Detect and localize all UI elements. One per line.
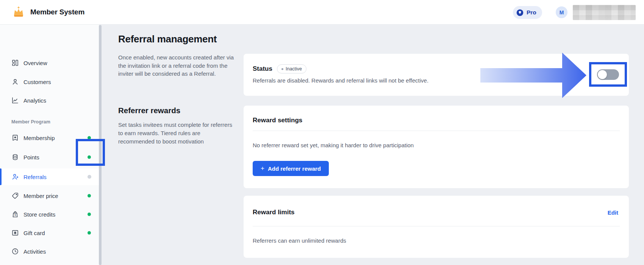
gift-card-icon <box>11 229 19 237</box>
status-dot <box>88 175 91 179</box>
reward-settings-title: Reward settings <box>253 117 302 124</box>
pro-gem-icon <box>516 9 524 17</box>
sidebar-scrollbar[interactable] <box>99 25 102 265</box>
status-card: Status Inactive Referrals are disabled. … <box>244 54 629 96</box>
sidebar-item-activities[interactable]: Activities <box>0 243 99 260</box>
status-description: Referrals are disabled. Rewards and refe… <box>253 77 428 84</box>
sidebar-item-analytics[interactable]: Analytics <box>0 92 99 109</box>
sidebar-item-label: Points <box>23 154 39 161</box>
sidebar-item-membership[interactable]: Membership <box>0 129 99 146</box>
sidebar-item-points[interactable]: Points <box>0 149 99 165</box>
toggle-knob <box>598 70 607 79</box>
reward-settings-empty-text: No referrer reward set yet, making it ha… <box>253 142 414 148</box>
analytics-icon <box>11 97 19 104</box>
sidebar: Overview Customers Analytics Member Prog… <box>0 25 99 265</box>
sidebar-item-member-price[interactable]: Member price <box>0 187 99 204</box>
badge-dot-icon <box>281 68 283 70</box>
add-referrer-reward-button[interactable]: + Add referrer reward <box>253 161 329 176</box>
referrer-rewards-heading: Referrer rewards <box>118 106 180 115</box>
edit-reward-limits-link[interactable]: Edit <box>608 209 618 216</box>
overview-icon <box>11 59 19 67</box>
status-dot <box>88 213 91 216</box>
app-title: Member System <box>30 8 84 16</box>
svg-text:$: $ <box>14 214 16 216</box>
referrer-rewards-description: Set tasks invitees must complete for ref… <box>118 121 236 146</box>
sidebar-item-label: Store credits <box>23 211 55 218</box>
member-price-icon <box>11 192 19 200</box>
sidebar-item-label: Gift card <box>23 230 45 236</box>
sidebar-item-overview[interactable]: Overview <box>0 55 99 71</box>
customers-icon <box>11 78 19 86</box>
pro-badge[interactable]: Pro <box>513 6 542 19</box>
activities-icon <box>11 248 19 255</box>
reward-limits-description: Referrers can earn unlimited rewards <box>253 237 346 244</box>
sidebar-item-referrals[interactable]: Referrals <box>0 168 99 185</box>
status-dot <box>88 194 91 198</box>
store-credits-icon: $ <box>11 210 19 218</box>
sidebar-item-label: Overview <box>23 60 47 66</box>
sidebar-item-store-credits[interactable]: $ Store credits <box>0 206 99 223</box>
points-icon <box>11 153 19 161</box>
status-dot <box>88 156 91 159</box>
avatar-initial: M <box>560 9 564 16</box>
crown-logo-icon <box>12 6 25 19</box>
sidebar-item-label: Analytics <box>23 97 46 104</box>
membership-icon <box>11 134 19 142</box>
inactive-status-badge: Inactive <box>277 64 306 73</box>
status-toggle[interactable] <box>597 69 619 80</box>
divider <box>253 226 620 226</box>
app-header: Member System Pro M <box>0 0 644 25</box>
badge-label: Inactive <box>286 66 302 72</box>
avatar[interactable]: M <box>556 6 567 18</box>
sidebar-item-customers[interactable]: Customers <box>0 73 99 90</box>
status-dot <box>88 231 91 235</box>
status-dot <box>88 136 91 140</box>
reward-limits-card: Reward limits Edit Referrers can earn un… <box>244 196 629 258</box>
page-description: Once enabled, new accounts created after… <box>118 53 243 78</box>
status-card-title: Status <box>253 65 272 73</box>
reward-settings-card: Reward settings No referrer reward set y… <box>244 106 629 188</box>
divider <box>253 131 620 131</box>
sidebar-item-label: Activities <box>23 248 46 255</box>
sidebar-item-gift-card[interactable]: Gift card <box>0 224 99 241</box>
reward-limits-title: Reward limits <box>253 209 295 216</box>
referrals-icon <box>11 173 19 181</box>
sidebar-section-member-program: Member Program <box>11 119 50 125</box>
pro-badge-label: Pro <box>527 9 536 16</box>
plus-icon: + <box>261 165 264 172</box>
sidebar-item-label: Membership <box>23 135 55 141</box>
redacted-username <box>573 5 636 20</box>
sidebar-item-label: Customers <box>23 79 51 85</box>
page-title: Referral management <box>118 33 217 45</box>
sidebar-item-label: Member price <box>23 193 58 199</box>
sidebar-item-label: Referrals <box>23 174 47 180</box>
add-referrer-reward-label: Add referrer reward <box>268 165 321 172</box>
